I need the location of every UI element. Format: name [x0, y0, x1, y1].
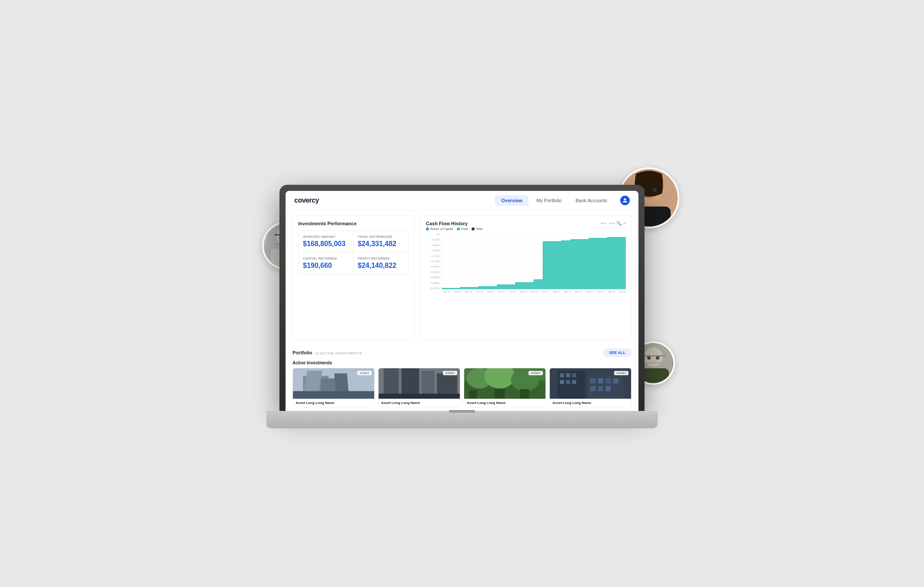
- legend-profit-label: Profit: [461, 227, 468, 230]
- metric-profit: PROFIT RETURNED $24,140,822: [353, 253, 408, 274]
- card-name-1: Asset Long Long Name: [293, 399, 374, 407]
- metric-distributed-value: $24,331,482: [358, 240, 404, 248]
- svg-rect-52: [560, 374, 564, 377]
- laptop-screen: covercy Overview My Portfolio Bank Accou…: [286, 191, 638, 411]
- chart-svg: [442, 233, 626, 289]
- metric-distributed-label: TOTAL DISTRIBUTED: [358, 235, 404, 238]
- legend-profit-dot: [457, 227, 460, 230]
- svg-rect-17: [644, 362, 663, 364]
- portfolio-title-group: Portfolio 19 ACTIVE INVESTMENTS: [292, 350, 362, 355]
- main-content: Investments Performance INVESTED AMOUNT …: [286, 210, 638, 345]
- screen-bezel: covercy Overview My Portfolio Bank Accou…: [286, 191, 638, 411]
- scene: covercy Overview My Portfolio Bank Accou…: [266, 159, 658, 428]
- svg-point-13: [644, 347, 663, 367]
- portfolio-header: Portfolio 19 ACTIVE INVESTMENTS SEE ALL: [292, 348, 632, 357]
- svg-point-11: [652, 188, 657, 192]
- legend-return: Return of Capital: [426, 227, 453, 230]
- chart-x-axis: Jun 18 Sep 18 Mar 19 Jun 19 Sep 19 Dec 1…: [443, 290, 626, 293]
- svg-point-15: [647, 356, 651, 360]
- legend-profit: Profit: [457, 227, 468, 230]
- card-image-4: ASSET: [550, 368, 631, 399]
- card-name-3: Asset Long Long Name: [464, 399, 545, 407]
- metric-profit-value: $24,140,822: [358, 262, 404, 270]
- chart-title: Cash Flow History: [426, 221, 482, 226]
- laptop-body: covercy Overview My Portfolio Bank Accou…: [279, 185, 645, 411]
- card-badge-2: ASSET: [443, 371, 457, 375]
- tab-my-portfolio[interactable]: My Portfolio: [530, 195, 568, 206]
- legend-total-label: Total: [476, 227, 482, 230]
- card-name-2: Asset Long Long Name: [379, 399, 460, 407]
- metrics-grid: INVESTED AMOUNT $168,805,003 TOTAL DISTR…: [298, 230, 409, 274]
- chart-y-axis: 24,331K 21,898K 18,465K 17,032K 14,599K …: [426, 233, 442, 290]
- svg-rect-47: [469, 390, 477, 399]
- svg-rect-59: [598, 378, 603, 384]
- active-investments-title: Active Investments: [292, 360, 632, 365]
- svg-rect-34: [293, 391, 374, 399]
- svg-rect-58: [591, 378, 596, 384]
- legend-return-dot: [426, 227, 429, 230]
- card-badge-4: ASSET: [614, 371, 628, 375]
- svg-rect-63: [598, 386, 603, 391]
- tab-bank-accounts[interactable]: Bank Accounts: [569, 195, 613, 206]
- svg-rect-64: [606, 386, 611, 391]
- nav-tabs: Overview My Portfolio Bank Accounts: [495, 195, 613, 206]
- chart-legend: Return of Capital Profit T: [426, 227, 482, 230]
- tab-overview[interactable]: Overview: [495, 195, 528, 206]
- svg-rect-61: [613, 378, 618, 384]
- performance-title: Investments Performance: [298, 221, 409, 226]
- metric-capital-value: $190,660: [303, 262, 349, 270]
- chart-controls[interactable]: ⟵⟶🔍≡: [601, 221, 626, 226]
- laptop-base: [266, 411, 658, 428]
- svg-rect-18: [641, 355, 665, 357]
- svg-rect-60: [606, 378, 611, 384]
- investments-grid: ASSET Asset Long Long Name: [292, 368, 632, 407]
- laptop-hinge: [449, 410, 475, 413]
- see-all-button[interactable]: SEE ALL: [603, 348, 632, 357]
- app-container: covercy Overview My Portfolio Bank Accou…: [286, 191, 638, 411]
- portfolio-title: Portfolio: [292, 350, 312, 355]
- svg-rect-46: [495, 389, 505, 399]
- investment-card-1[interactable]: ASSET Asset Long Long Name: [292, 368, 375, 407]
- user-icon[interactable]: [620, 196, 630, 205]
- chart-plot: [442, 233, 626, 290]
- card-image-3: ASSET: [464, 368, 545, 399]
- investment-card-2[interactable]: ASSET Asset Long Long Name: [378, 368, 460, 407]
- svg-rect-54: [572, 374, 576, 377]
- portfolio-section: Portfolio 19 ACTIVE INVESTMENTS SEE ALL …: [286, 345, 638, 411]
- investment-card-3[interactable]: ASSET Asset Long Long Name: [464, 368, 546, 407]
- card-image-2: ASSET: [379, 368, 460, 399]
- svg-rect-48: [520, 389, 529, 399]
- chart-panel: Cash Flow History Return of Capital: [420, 215, 632, 340]
- chart-container: 24,331K 21,898K 18,465K 17,032K 14,599K …: [426, 233, 626, 290]
- performance-panel: Investments Performance INVESTED AMOUNT …: [292, 215, 414, 340]
- metric-capital: CAPITAL RETURNED $190,660: [299, 253, 353, 274]
- metric-invested-value: $168,805,003: [303, 240, 349, 248]
- portfolio-subtitle: 19 ACTIVE INVESTMENTS: [315, 351, 362, 355]
- metric-capital-label: CAPITAL RETURNED: [303, 257, 349, 260]
- svg-rect-57: [572, 380, 576, 384]
- metric-profit-label: PROFIT RETURNED: [358, 257, 404, 260]
- card-name-4: Asset Long Long Name: [550, 399, 631, 407]
- card-badge-1: ASSET: [357, 371, 372, 375]
- svg-rect-56: [566, 380, 570, 384]
- svg-rect-55: [560, 380, 564, 384]
- legend-total: Total: [472, 227, 482, 230]
- app-logo: covercy: [294, 197, 319, 204]
- svg-rect-53: [566, 374, 570, 377]
- svg-rect-62: [591, 386, 596, 391]
- card-image-1: ASSET: [293, 368, 374, 399]
- navigation: covercy Overview My Portfolio Bank Accou…: [286, 191, 638, 210]
- metric-invested-label: INVESTED AMOUNT: [303, 235, 349, 238]
- metric-invested: INVESTED AMOUNT $168,805,003: [299, 231, 353, 253]
- svg-rect-40: [379, 394, 460, 399]
- metric-distributed: TOTAL DISTRIBUTED $24,331,482: [353, 231, 408, 253]
- investment-card-4[interactable]: ASSET Asset Long Long Name: [549, 368, 632, 407]
- legend-return-label: Return of Capital: [430, 227, 453, 230]
- card-badge-3: ASSET: [528, 371, 543, 375]
- legend-total-dot: [472, 227, 475, 230]
- chart-header: Cash Flow History Return of Capital: [426, 221, 626, 230]
- svg-point-16: [656, 356, 659, 360]
